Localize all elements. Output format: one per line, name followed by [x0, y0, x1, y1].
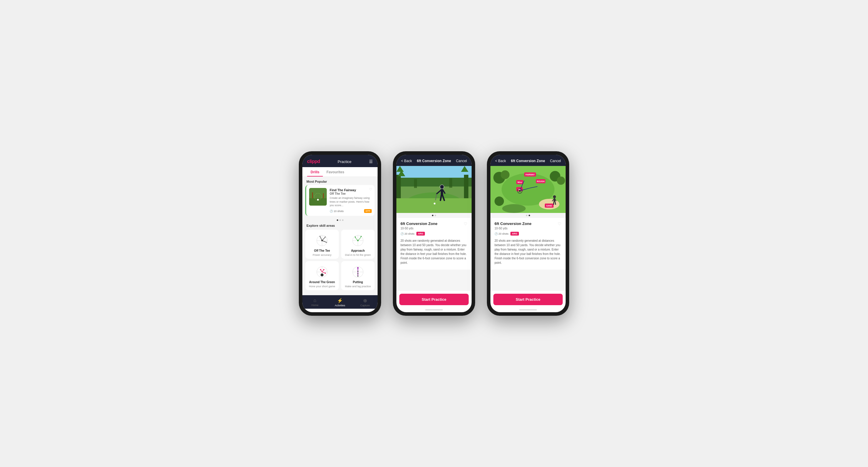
svg-text:Miss: Miss — [518, 181, 522, 183]
svg-rect-59 — [414, 179, 417, 188]
bottom-nav: ⌂ Home ⚡ Activities ⊕ Capture — [302, 295, 378, 309]
app-logo: clippd — [307, 159, 320, 164]
map-dots — [490, 213, 566, 218]
card-shots: 🕐 10 shots — [330, 210, 344, 213]
svg-rect-48 — [464, 175, 468, 198]
svg-point-31 — [325, 273, 326, 274]
phones-container: clippd Practice ☰ Drills Favourites Most… — [299, 151, 569, 316]
featured-drill-card[interactable]: Find The Fairway Off The Tee Create an i… — [305, 185, 375, 216]
svg-point-81 — [519, 190, 521, 192]
img-dot-1 — [432, 215, 433, 216]
drill-header-3: 6ft Conversion Zone ♡ — [495, 222, 561, 226]
nav-capture[interactable]: ⊕ Capture — [352, 296, 378, 309]
svg-point-19 — [357, 240, 359, 241]
svg-point-12 — [321, 240, 322, 241]
menu-icon[interactable]: ☰ — [369, 159, 373, 164]
svg-rect-45 — [396, 175, 401, 198]
tab-drills[interactable]: Drills — [307, 167, 323, 176]
skill-ott-icon — [313, 233, 331, 248]
svg-line-55 — [440, 195, 441, 200]
drill-title: 6ft Conversion Zone — [401, 222, 437, 226]
svg-point-38 — [357, 273, 359, 274]
dot-3 — [342, 220, 343, 221]
phone1-header: clippd Practice ☰ — [302, 155, 378, 167]
svg-point-37 — [357, 271, 359, 272]
phone-2-screen: < Back 6ft Conversion Zone Cancel — [396, 155, 472, 312]
svg-point-25 — [320, 273, 323, 276]
svg-text:FAIRWAY: FAIRWAY — [525, 174, 534, 176]
explore-label: Explore skill areas — [302, 223, 378, 230]
svg-point-21 — [355, 236, 356, 238]
svg-point-58 — [434, 203, 435, 204]
svg-rect-3 — [312, 192, 313, 198]
nav-home[interactable]: ⌂ Home — [302, 296, 327, 309]
back-button-3[interactable]: < Back — [495, 159, 506, 163]
badge-ott: OTT — [364, 209, 372, 213]
svg-line-86 — [554, 202, 554, 205]
svg-point-36 — [357, 267, 359, 268]
fav-icon-3[interactable]: ♡ — [558, 222, 561, 226]
card-title: Find The Fairway — [330, 188, 372, 192]
svg-point-29 — [323, 269, 324, 270]
phone-1: clippd Practice ☰ Drills Favourites Most… — [299, 151, 381, 316]
skill-atg-desc: Hone your short game — [309, 285, 335, 288]
card-description: Create an imaginary fairway using trees … — [330, 196, 372, 207]
cancel-button[interactable]: Cancel — [456, 159, 467, 163]
svg-rect-83 — [554, 198, 555, 202]
fav-icon[interactable]: ♡ — [464, 222, 467, 226]
svg-rect-42 — [396, 178, 472, 187]
svg-point-5 — [317, 199, 319, 201]
svg-point-68 — [495, 197, 504, 206]
drill-header: 6ft Conversion Zone ♡ — [401, 222, 467, 226]
cancel-button-3[interactable]: Cancel — [550, 159, 561, 163]
svg-rect-44 — [396, 198, 472, 213]
activities-icon: ⚡ — [337, 298, 343, 303]
skill-putting-desc: Make and lag practice — [345, 285, 371, 288]
card-subtitle: Off The Tee — [330, 192, 372, 195]
capture-icon: ⊕ — [363, 298, 367, 303]
skill-atg-icon — [313, 265, 331, 279]
nav-activities[interactable]: ⚡ Activities — [327, 296, 352, 309]
dot-1 — [337, 220, 338, 221]
yardage-3: 10-50 yds — [495, 227, 561, 230]
tab-favourites[interactable]: Favourites — [323, 167, 348, 176]
skill-off-tee[interactable]: Off The Tee Power accuracy — [305, 230, 339, 259]
phone-3: < Back 6ft Conversion Zone Cancel — [487, 151, 569, 316]
favourite-icon[interactable]: ♡ — [369, 188, 372, 192]
svg-point-14 — [319, 236, 320, 237]
skill-approach[interactable]: Approach Dial-in to hit the green — [341, 230, 375, 259]
skill-approach-name: Approach — [351, 249, 365, 252]
map-dot-2 — [529, 215, 530, 216]
svg-text:SAND: SAND — [546, 205, 552, 207]
phone3-header-title: 6ft Conversion Zone — [511, 159, 545, 163]
map-dot-1 — [526, 215, 527, 216]
start-practice-button-3[interactable]: Start Practice — [493, 294, 563, 305]
card-body: Find The Fairway Off The Tee Create an i… — [330, 188, 372, 213]
skill-putting-name: Putting — [353, 280, 363, 284]
skill-ott-desc: Power accuracy — [313, 254, 332, 257]
skill-atg[interactable]: Around The Green Hone your short game — [305, 261, 339, 290]
shots-label-3: 🕐 20 shots — [495, 232, 508, 235]
svg-rect-60 — [449, 178, 452, 188]
drill-info-3: 6ft Conversion Zone ♡ 10-50 yds 🕐 20 sho… — [490, 218, 566, 268]
svg-point-15 — [326, 242, 327, 243]
svg-point-39 — [357, 275, 359, 277]
svg-point-65 — [501, 170, 509, 179]
phone2-header: < Back 6ft Conversion Zone Cancel — [396, 155, 472, 166]
skill-putting[interactable]: Putting Make and lag practice — [341, 261, 375, 290]
phone1-content: Most Popular Find Th — [302, 177, 378, 295]
drill-info: 6ft Conversion Zone ♡ 10-50 yds 🕐 20 sho… — [396, 218, 472, 268]
svg-point-20 — [361, 236, 362, 237]
skill-approach-icon — [349, 233, 367, 248]
capture-label: Capture — [360, 304, 370, 307]
home-indicator-2 — [425, 309, 443, 310]
home-icon: ⌂ — [313, 298, 316, 303]
phone2-header-title: 6ft Conversion Zone — [417, 159, 451, 163]
start-practice-button[interactable]: Start Practice — [399, 294, 469, 305]
img-dot-2 — [435, 215, 436, 216]
phone3-header: < Back 6ft Conversion Zone Cancel — [490, 155, 566, 166]
back-button[interactable]: < Back — [401, 159, 412, 163]
drill-title-3: 6ft Conversion Zone — [495, 222, 532, 226]
card-footer: 🕐 10 shots OTT — [330, 209, 372, 213]
skill-atg-name: Around The Green — [309, 280, 335, 284]
